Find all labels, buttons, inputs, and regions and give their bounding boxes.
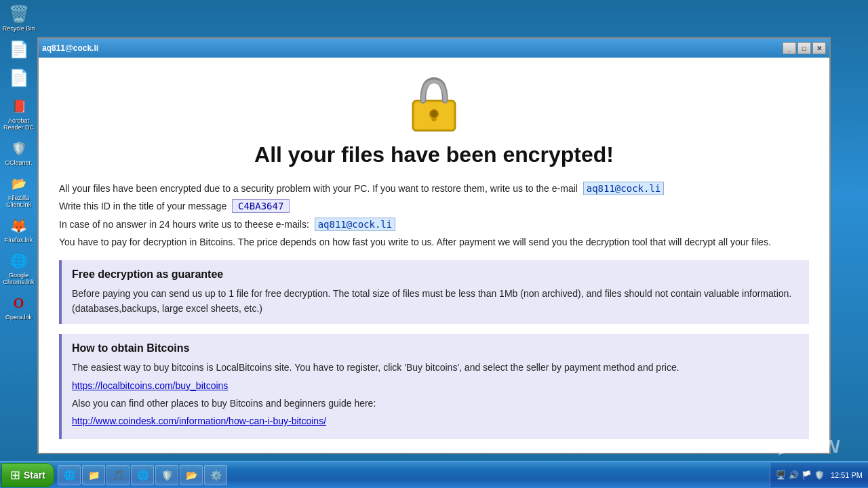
taskbar-folder[interactable]: 📂 (180, 465, 203, 485)
desktop-icon-doc1[interactable]: 📄 (2, 39, 36, 60)
system-tray: 🖥️ 🔊 🏳️ 🛡️ 12:51 PM (770, 463, 868, 487)
window-titlebar[interactable]: aq811@cock.li _ □ ✕ (39, 39, 829, 58)
doc1-icon: 📄 (8, 39, 30, 60)
desktop-icon-opera[interactable]: O Opera.lnk (2, 292, 36, 321)
email2: aq811@cock.li (315, 218, 396, 231)
desktop-icon-filezilla[interactable]: 📂 FileZilla Client.lnk (2, 173, 36, 208)
shield-taskbar-icon: 🛡️ (161, 470, 172, 481)
user-id: C4BA3647 (232, 199, 290, 213)
desktop-icon-firefox[interactable]: 🦊 Firefox.lnk (2, 215, 36, 243)
bitcoin-text2: Also you can find other places to buy Bi… (72, 396, 799, 411)
free-decryption-text: Before paying you can send us up to 1 fi… (72, 286, 799, 317)
ccleaner-icon: 🛡️ (8, 138, 30, 159)
start-label: Start (24, 470, 45, 481)
media-icon: 🎵 (113, 470, 123, 481)
lock-icon (403, 71, 465, 132)
security-tray-icon: 🛡️ (814, 470, 825, 481)
chrome-label: Google Chrome.lnk (2, 272, 36, 285)
free-decryption-section: Free decryption as guarantee Before payi… (59, 260, 809, 325)
info-line3: In case of no answer in 24 hours write u… (59, 217, 809, 232)
tool-taskbar-icon: ⚙️ (210, 470, 221, 481)
desktop-icon-chrome[interactable]: 🌐 Google Chrome.lnk (2, 250, 36, 285)
bitcoin-text1: The easiest way to buy bitcoins is Local… (72, 360, 799, 375)
info-line4: You have to pay for decryption in Bitcoi… (59, 235, 809, 249)
close-button[interactable]: ✕ (812, 42, 826, 54)
start-button[interactable]: ⊞ Start (1, 463, 54, 487)
firefox-icon: 🦊 (8, 215, 30, 237)
filezilla-label: FileZilla Client.lnk (2, 195, 36, 208)
minimize-button[interactable]: _ (783, 42, 796, 54)
desktop-icons: 🗑️ Recycle Bin 📄 📄 📕 Acrobat Reader DC 🛡… (0, 0, 37, 461)
taskbar-chrome[interactable]: 🌐 (131, 465, 154, 485)
bitcoin-section: How to obtain Bitcoins The easiest way t… (59, 334, 809, 439)
taskbar-ie[interactable]: 🌐 (58, 465, 81, 485)
flag-tray-icon: 🏳️ (802, 470, 812, 481)
email1: aq811@cock.li (583, 182, 665, 195)
opera-label: Opera.lnk (5, 314, 32, 321)
info-line3-text: In case of no answer in 24 hours write u… (59, 219, 309, 230)
bitcoin-section-title: How to obtain Bitcoins (72, 342, 799, 354)
info-line1-text: All your files have been encrypted due t… (59, 183, 578, 194)
desktop-icon-recycle-bin[interactable]: 🗑️ Recycle Bin (2, 3, 36, 32)
desktop: 🗑️ Recycle Bin 📄 📄 📕 Acrobat Reader DC 🛡… (0, 0, 868, 488)
window-title: aq811@cock.li (42, 43, 783, 53)
taskbar-media[interactable]: 🎵 (106, 465, 130, 485)
folder-taskbar-icon: 📂 (186, 470, 197, 481)
info-line2: Write this ID in the title of your messa… (59, 199, 809, 214)
windows-logo-icon: ⊞ (10, 468, 20, 483)
info-line1: All your files have been encrypted due t… (59, 181, 809, 196)
explorer-icon: 📁 (88, 470, 99, 481)
main-title: All your files have been encrypted! (59, 142, 809, 167)
doc2-icon: 📄 (8, 67, 30, 89)
desktop-icon-doc2[interactable]: 📄 (2, 67, 36, 89)
taskbar: ⊞ Start 🌐 📁 🎵 🌐 🛡️ 📂 ⚙️ (0, 461, 868, 488)
volume-tray-icon: 🔊 (789, 470, 800, 481)
acrobat-icon: 📕 (8, 96, 30, 117)
ie-icon: 🌐 (64, 470, 75, 481)
taskbar-tool[interactable]: ⚙️ (204, 465, 227, 485)
chrome-taskbar-icon: 🌐 (137, 470, 148, 481)
recycle-bin-icon: 🗑️ (8, 3, 30, 25)
taskbar-shield[interactable]: 🛡️ (155, 465, 178, 485)
bitcoin-link1[interactable]: https://localbitcoins.com/buy_bitcoins (72, 380, 228, 391)
taskbar-explorer[interactable]: 📁 (82, 465, 105, 485)
info-line2-text: Write this ID in the title of your messa… (59, 201, 226, 211)
system-clock: 12:51 PM (827, 471, 863, 479)
recycle-bin-label: Recycle Bin (3, 25, 35, 32)
desktop-icon-acrobat[interactable]: 📕 Acrobat Reader DC (2, 96, 36, 131)
lock-icon-container (59, 71, 809, 132)
network-tray-icon: 🖥️ (776, 470, 787, 481)
taskbar-items: 🌐 📁 🎵 🌐 🛡️ 📂 ⚙️ (58, 465, 770, 485)
bitcoin-link2[interactable]: http://www.coindesk.com/information/how-… (72, 415, 326, 426)
opera-icon: O (8, 292, 30, 314)
main-window: aq811@cock.li _ □ ✕ (37, 37, 831, 454)
acrobat-label: Acrobat Reader DC (2, 117, 36, 131)
window-controls: _ □ ✕ (783, 42, 826, 54)
maximize-button[interactable]: □ (797, 42, 811, 54)
free-decryption-title: Free decryption as guarantee (72, 268, 799, 281)
svg-point-4 (431, 110, 438, 118)
window-content[interactable]: All your files have been encrypted! All … (39, 58, 829, 453)
firefox-label: Firefox.lnk (5, 237, 33, 243)
chrome-icon: 🌐 (8, 250, 30, 272)
ccleaner-label: CCleaner. (5, 159, 32, 166)
filezilla-icon: 📂 (8, 173, 30, 195)
desktop-icon-ccleaner[interactable]: 🛡️ CCleaner. (2, 138, 36, 166)
